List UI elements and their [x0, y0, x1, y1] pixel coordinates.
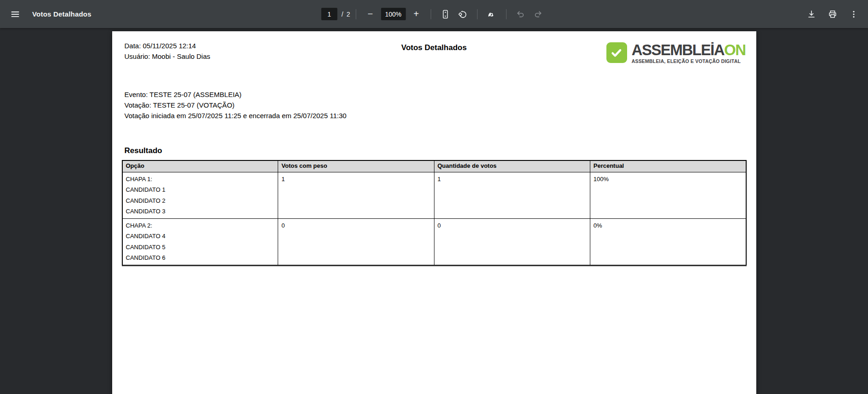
toolbar-divider — [430, 9, 431, 19]
pdf-viewer-canvas[interactable]: Data: 05/11/2025 12:14 Usuário: Moobi - … — [0, 28, 868, 394]
meta-event: Evento: TESTE 25-07 (ASSEMBLEIA) — [125, 89, 744, 100]
zoom-in-button[interactable]: + — [407, 6, 425, 23]
logo-checkmark-box — [606, 42, 627, 63]
rotate-counterclockwise-icon — [457, 9, 468, 19]
menu-button[interactable] — [6, 6, 24, 23]
column-header-quantidade-de-votos: Quantidade de votos — [434, 160, 590, 172]
column-header-percentual: Percentual — [590, 160, 746, 172]
undo-button[interactable] — [512, 6, 529, 23]
logo-brand-main: ASSEMBLEİA — [632, 41, 724, 58]
print-icon — [828, 9, 838, 19]
table-header-row: Opção Votos com peso Quantidade de votos… — [122, 160, 746, 172]
annotate-draw-icon — [486, 9, 497, 19]
table-row: CHAPA 1: CANDIDATO 1 CANDIDATO 2 CANDIDA… — [122, 172, 746, 218]
page-separator: / — [342, 11, 343, 18]
option-line: CANDIDATO 4 — [126, 231, 275, 242]
more-vertical-icon — [849, 10, 858, 19]
option-line: CANDIDATO 6 — [126, 252, 275, 263]
page-number-input[interactable]: 1 — [321, 8, 337, 20]
section-title-resultado: Resultado — [125, 146, 744, 155]
option-line: CANDIDATO 3 — [126, 206, 275, 217]
meta-period: Votação iniciada em 25/07/2025 11:25 e e… — [125, 110, 744, 121]
redo-button[interactable] — [529, 6, 547, 23]
column-header-opcao: Opção — [122, 160, 278, 172]
toolbar-left-group: Votos Detalhados — [0, 6, 91, 23]
cell-percentual: 100% — [590, 172, 746, 218]
results-table: Opção Votos com peso Quantidade de votos… — [122, 160, 747, 266]
pdf-viewer-toolbar: Votos Detalhados 1 / 2 − 100% + — [0, 0, 868, 28]
print-button[interactable] — [824, 6, 841, 23]
rotate-button[interactable] — [454, 6, 471, 23]
logo-brand-accent: ON — [724, 41, 746, 58]
more-options-button[interactable] — [845, 6, 862, 23]
pdf-page: Data: 05/11/2025 12:14 Usuário: Moobi - … — [112, 31, 756, 394]
toolbar-center-group: 1 / 2 − 100% + — [321, 0, 547, 28]
option-line: CANDIDATO 1 — [126, 184, 275, 195]
event-info-block: Evento: TESTE 25-07 (ASSEMBLEIA) Votação… — [125, 89, 744, 121]
document-header: Data: 05/11/2025 12:14 Usuário: Moobi - … — [125, 40, 744, 79]
toolbar-divider — [355, 9, 356, 19]
option-line: CANDIDATO 5 — [126, 242, 275, 253]
cell-votos-com-peso: 1 — [278, 172, 434, 218]
fit-to-page-button[interactable] — [436, 6, 454, 23]
logo-tagline: ASSEMBLEIA, ELEIÇÃO E VOTAÇÃO DIGITAL — [632, 58, 746, 64]
cell-quantidade-de-votos: 1 — [434, 172, 590, 218]
assembleiaon-logo: ASSEMBLEİAON ASSEMBLEIA, ELEIÇÃO E VOTAÇ… — [606, 42, 746, 64]
download-icon — [806, 9, 817, 19]
page-title: Votos Detalhados — [401, 43, 467, 52]
undo-icon — [516, 9, 525, 19]
option-line: CHAPA 1: — [126, 174, 275, 185]
redo-icon — [533, 9, 543, 19]
meta-voting: Votação: TESTE 25-07 (VOTAÇÃO) — [125, 100, 744, 110]
toolbar-divider — [477, 9, 477, 19]
page-total: 2 — [347, 11, 350, 18]
table-row: CHAPA 2: CANDIDATO 4 CANDIDATO 5 CANDIDA… — [122, 218, 746, 265]
cell-quantidade-de-votos: 0 — [434, 218, 590, 265]
logo-brand-name: ASSEMBLEİAON — [632, 42, 746, 57]
logo-text: ASSEMBLEİAON ASSEMBLEIA, ELEIÇÃO E VOTAÇ… — [632, 42, 746, 64]
document-title-toolbar: Votos Detalhados — [32, 10, 91, 18]
cell-votos-com-peso: 0 — [278, 218, 434, 265]
cell-opcao: CHAPA 2: CANDIDATO 4 CANDIDATO 5 CANDIDA… — [122, 218, 278, 265]
zoom-level-input[interactable]: 100% — [381, 8, 405, 20]
download-button[interactable] — [803, 6, 820, 23]
zoom-out-button[interactable]: − — [361, 6, 379, 23]
fit-to-page-icon — [440, 9, 450, 19]
toolbar-right-group — [803, 6, 868, 23]
checkmark-icon — [610, 46, 623, 60]
hamburger-menu-icon — [10, 9, 20, 19]
cell-percentual: 0% — [590, 218, 746, 265]
option-line: CHAPA 2: — [126, 220, 275, 231]
cell-opcao: CHAPA 1: CANDIDATO 1 CANDIDATO 2 CANDIDA… — [122, 172, 278, 218]
toolbar-divider — [506, 9, 506, 19]
annotate-draw-button[interactable] — [483, 6, 500, 23]
option-line: CANDIDATO 2 — [126, 195, 275, 206]
column-header-votos-com-peso: Votos com peso — [278, 160, 434, 172]
